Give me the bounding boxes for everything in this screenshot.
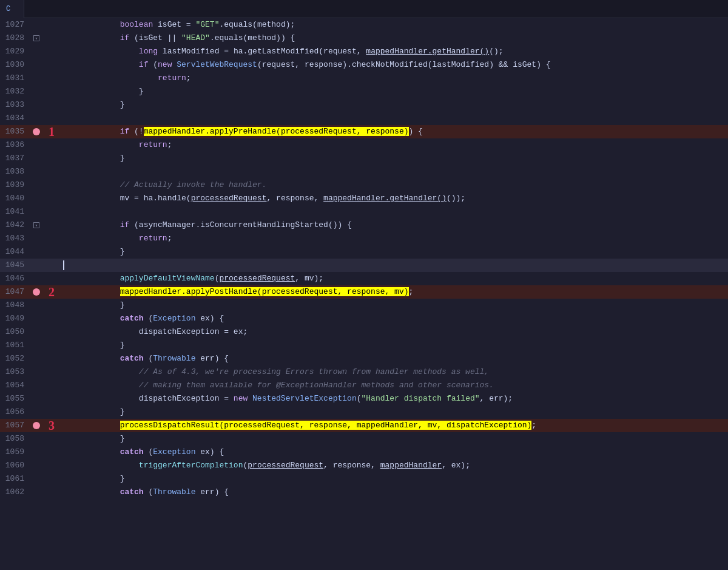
annotation-col: 1 [42, 125, 61, 138]
line-number: 1037 [0, 152, 30, 165]
annotation-col [42, 85, 61, 98]
token-kw-bold: catch [120, 487, 144, 497]
line-content: mv = ha.handle(processedRequest, respons… [61, 192, 728, 205]
line-number: 1060 [0, 459, 30, 472]
breakpoint-indicator[interactable] [33, 288, 40, 296]
token-type: ServletWebRequest [172, 60, 257, 69]
token-punc: ( [144, 487, 153, 497]
token-string: "HEAD" [177, 33, 210, 42]
annotation-col [42, 299, 61, 312]
line-gutter [30, 299, 42, 312]
code-line-1060: 1060 triggerAfterCompletion(processedReq… [0, 459, 728, 472]
token-underline: mappedHandler.getHandler() [323, 194, 447, 203]
token-func: applyDefaultViewName [120, 274, 215, 283]
token-type: Throwable [153, 354, 195, 363]
line-content: // Actually invoke the handler. [61, 178, 728, 192]
token-kw: if [120, 33, 130, 42]
token-var: dispatchException [139, 394, 220, 403]
line-gutter [30, 58, 42, 72]
line-number: 1053 [0, 365, 30, 379]
token-underline: processedRequest [191, 194, 267, 203]
line-gutter [30, 419, 42, 432]
line-content: } [61, 472, 728, 486]
token-punc: } [120, 247, 125, 256]
token-punc: } [120, 154, 125, 163]
code-line-1047: 10472 mappedHandler.applyPostHandle(proc… [0, 285, 728, 299]
token-kw-bold: catch [120, 447, 144, 456]
line-gutter [30, 312, 42, 325]
line-gutter [30, 232, 42, 245]
fold-arrow[interactable]: ▾ [33, 222, 39, 228]
code-line-1062: 1062 catch (Throwable err) { [0, 486, 728, 499]
token-kw: if [139, 60, 149, 69]
line-gutter [30, 365, 42, 379]
annotation-col [42, 312, 61, 325]
code-line-1041: 1041 [0, 205, 728, 219]
red-annotation-3: 3 [49, 419, 55, 432]
line-content: } [61, 245, 728, 259]
annotation-col [42, 259, 61, 272]
code-area[interactable]: 1027 boolean isGet = "GET".equals(method… [0, 18, 728, 570]
line-number: 1030 [0, 58, 30, 72]
line-number: 1051 [0, 339, 30, 352]
line-content: catch (Throwable err) { [61, 486, 728, 499]
fold-arrow[interactable]: ▾ [33, 35, 39, 41]
line-number: 1046 [0, 272, 30, 285]
code-line-1036: 1036 return; [0, 138, 728, 152]
tab-dispatcher-servlet[interactable]: C [0, 0, 24, 18]
token-punc: ; [531, 421, 536, 430]
code-line-1042: 1042▾ if (asyncManager.isConcurrentHandl… [0, 219, 728, 232]
token-comment: // making them available for @ExceptionH… [139, 381, 494, 390]
line-content: catch (Exception ex) { [61, 312, 728, 325]
code-line-1033: 1033 } [0, 98, 728, 112]
code-line-1045: 1045 [0, 259, 728, 272]
token-string: "Handler dispatch failed" [362, 394, 480, 403]
code-line-1044: 1044 } [0, 245, 728, 259]
line-number: 1039 [0, 178, 30, 192]
token-punc: ; [186, 73, 191, 83]
line-number: 1059 [0, 446, 30, 459]
line-number: 1047 [0, 285, 30, 299]
token-comment: // As of 4.3, we're processing Errors th… [139, 367, 489, 376]
line-content: } [61, 432, 728, 446]
token-var: dispatchException [139, 327, 220, 336]
line-content: if (new ServletWebRequest(request, respo… [61, 58, 728, 72]
line-content: } [61, 405, 728, 419]
annotation-col [42, 178, 61, 192]
token-punc: (asyncManager.isConcurrentHandlingStarte… [129, 220, 352, 229]
line-gutter [30, 459, 42, 472]
line-gutter [30, 125, 42, 138]
line-number: 1055 [0, 392, 30, 405]
token-string: "GET" [191, 20, 220, 29]
token-kw: return [158, 73, 186, 83]
code-line-1032: 1032 } [0, 85, 728, 98]
breakpoint-indicator[interactable] [33, 422, 40, 429]
annotation-col [42, 32, 61, 45]
java-file-icon: C [6, 5, 10, 13]
token-punc: = [186, 20, 191, 29]
line-gutter [30, 45, 42, 58]
line-gutter [30, 379, 42, 392]
breakpoint-indicator[interactable] [33, 128, 40, 135]
line-gutter [30, 339, 42, 352]
code-line-1046: 1046 applyDefaultViewName(processedReque… [0, 272, 728, 285]
token-punc: err) { [195, 487, 229, 497]
token-punc: } [120, 300, 125, 310]
editor-area: 1027 boolean isGet = "GET".equals(method… [0, 18, 728, 570]
line-gutter [30, 245, 42, 259]
line-content: dispatchException = ex; [61, 325, 728, 339]
annotation-col: 3 [42, 419, 61, 432]
token-type: NestedServletException [248, 394, 356, 403]
line-content [61, 165, 728, 178]
line-content [61, 205, 728, 219]
token-punc: } [139, 87, 144, 96]
line-number: 1042 [0, 219, 30, 232]
token-punc: ex) { [195, 314, 224, 323]
line-content: mappedHandler.applyPostHandle(processedR… [61, 285, 728, 299]
line-gutter [30, 486, 42, 499]
code-line-1054: 1054 // making them available for @Excep… [0, 379, 728, 392]
token-punc: } [120, 341, 125, 350]
code-line-1043: 1043 return; [0, 232, 728, 245]
line-content: return; [61, 138, 728, 152]
annotation-col [42, 98, 61, 112]
